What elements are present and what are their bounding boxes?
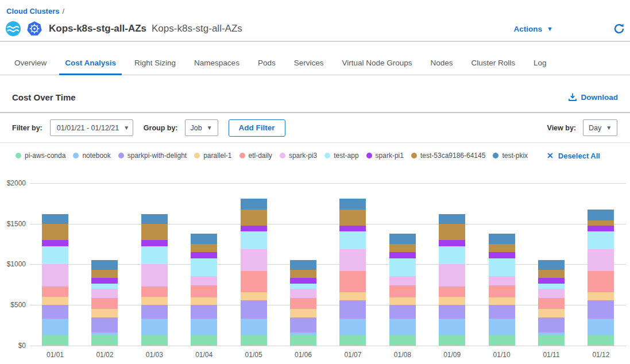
bar-segment-test-53ca9186-64145 xyxy=(91,270,118,278)
bar-segment-notebook xyxy=(290,332,316,336)
bar-segment-spark-pi3 xyxy=(241,249,267,271)
chevron-down-icon: ▼ xyxy=(547,26,553,32)
legend-item-test-pkix[interactable]: test-pkix xyxy=(493,152,528,160)
legend-dot xyxy=(73,153,79,158)
bar-segment-spark-pi3 xyxy=(42,264,68,286)
bar-segment-parallel-1 xyxy=(241,292,267,301)
legend-dot xyxy=(493,153,498,158)
legend-label: notebook xyxy=(82,152,110,160)
bar-segment-parallel-1 xyxy=(489,297,515,305)
bar-segment-parallel-1 xyxy=(191,297,217,305)
bar-segment-test-app xyxy=(141,246,168,265)
bar-segment-etl-daily xyxy=(191,285,217,297)
add-filter-button[interactable]: Add Filter xyxy=(229,119,285,137)
tab-log[interactable]: Log xyxy=(528,59,552,75)
bar-segment-test-app xyxy=(191,258,217,276)
x-axis-tick: 01/02 xyxy=(84,351,125,359)
bar-segment-parallel-1 xyxy=(389,297,416,305)
bar-segment-spark-pi3 xyxy=(588,249,614,271)
legend-item-sparkpi-with-delight[interactable]: sparkpi-with-delight xyxy=(118,152,187,160)
tab-services[interactable]: Services xyxy=(288,59,330,75)
actions-label: Actions xyxy=(514,25,543,33)
bar-segment-test-pkix xyxy=(588,210,614,220)
bar-segment-test-app xyxy=(389,258,416,276)
bar-segment-pi-aws-conda xyxy=(389,335,416,346)
bar-segment-pi-aws-conda xyxy=(489,335,515,346)
deselect-all-label: Deselect All xyxy=(558,152,600,160)
bar-segment-test-53ca9186-64145 xyxy=(339,210,366,226)
tab-nodes[interactable]: Nodes xyxy=(425,59,459,75)
bar-segment-test-53ca9186-64145 xyxy=(42,224,68,240)
bar-segment-pi-aws-conda xyxy=(141,335,168,346)
legend-item-pi-aws-conda[interactable]: pi-aws-conda xyxy=(16,152,65,160)
deselect-all-button[interactable]: ✕Deselect All xyxy=(547,151,600,160)
cluster-title: Kops-k8s-stg-all-AZs xyxy=(49,23,146,34)
gridline xyxy=(30,346,626,346)
gridline xyxy=(30,183,626,184)
gridline xyxy=(30,264,626,265)
x-axis-tick: 01/03 xyxy=(134,351,175,359)
bar-segment-etl-daily xyxy=(538,298,565,309)
bar-segment-sparkpi-with-delight xyxy=(241,300,267,319)
view-by-dropdown[interactable]: Day▼ xyxy=(583,119,617,136)
bar-segment-pi-aws-conda xyxy=(241,335,267,346)
bar-segment-parallel-1 xyxy=(588,292,614,301)
legend-item-spark-pi3[interactable]: spark-pi3 xyxy=(280,152,317,160)
legend-item-spark-pi1[interactable]: spark-pi1 xyxy=(366,152,404,160)
bar-segment-etl-daily xyxy=(91,298,118,309)
bar-segment-spark-pi3 xyxy=(141,264,168,286)
bar-segment-notebook xyxy=(538,332,565,336)
bar-segment-sparkpi-with-delight xyxy=(389,305,416,319)
legend-dot xyxy=(324,153,330,158)
legend-dot xyxy=(239,153,245,158)
bar-segment-test-53ca9186-64145 xyxy=(389,244,416,252)
x-axis-tick: 01/11 xyxy=(531,351,571,359)
bar-segment-test-app xyxy=(42,246,68,265)
bar-segment-test-53ca9186-64145 xyxy=(191,244,217,252)
download-button[interactable]: Download xyxy=(568,92,619,102)
tab-virtual-node-groups[interactable]: Virtual Node Groups xyxy=(336,59,418,75)
tab-cost-analysis[interactable]: Cost Analysis xyxy=(59,59,122,75)
legend-item-test-53ca9186-64145[interactable]: test-53ca9186-64145 xyxy=(411,152,485,160)
bar-segment-pi-aws-conda xyxy=(339,335,366,346)
filter-bar: Filter by: 01/01/21 - 01/12/21▼ Group by… xyxy=(0,113,630,143)
bar-segment-pi-aws-conda xyxy=(91,335,118,346)
legend-dot xyxy=(280,153,285,158)
tab-cluster-rolls[interactable]: Cluster Rolls xyxy=(466,59,521,75)
legend-label: parallel-1 xyxy=(203,152,231,160)
bar-segment-test-53ca9186-64145 xyxy=(538,270,565,278)
bar-segment-spark-pi3 xyxy=(538,289,565,298)
tab-right-sizing[interactable]: Right Sizing xyxy=(129,59,181,75)
x-axis-tick: 01/06 xyxy=(283,351,323,359)
cost-analysis-page: Cloud Clusters / Kops-k8s-stg-all-AZs Ko… xyxy=(0,0,630,364)
chart-legend: pi-aws-condanotebooksparkpi-with-delight… xyxy=(0,143,630,168)
bar-segment-sparkpi-with-delight xyxy=(339,300,366,319)
bar-segment-spark-pi1 xyxy=(91,278,118,284)
date-range-dropdown[interactable]: 01/01/21 - 01/12/21▼ xyxy=(50,119,133,136)
legend-item-notebook[interactable]: notebook xyxy=(73,152,110,160)
tab-namespaces[interactable]: Namespaces xyxy=(188,59,245,75)
bar-segment-notebook xyxy=(389,319,416,335)
bar-segment-test-app xyxy=(489,258,515,276)
bar-segment-notebook xyxy=(439,319,465,335)
bar-segment-parallel-1 xyxy=(91,309,118,317)
legend-item-etl-daily[interactable]: etl-daily xyxy=(239,152,272,160)
bar-segment-test-app xyxy=(91,284,118,288)
bar-segment-test-pkix xyxy=(538,260,565,270)
legend-item-test-app[interactable]: test-app xyxy=(324,152,358,160)
group-by-dropdown[interactable]: Job▼ xyxy=(185,119,218,136)
breadcrumb-link[interactable]: Cloud Clusters xyxy=(6,7,59,16)
refresh-icon[interactable] xyxy=(613,23,625,34)
tab-pods[interactable]: Pods xyxy=(252,59,281,75)
legend-item-parallel-1[interactable]: parallel-1 xyxy=(194,152,231,160)
tab-overview[interactable]: Overview xyxy=(9,59,52,75)
y-axis-tick: $1500 xyxy=(0,220,26,228)
ocean-logo-icon xyxy=(6,21,21,36)
actions-button[interactable]: Actions▼ xyxy=(514,25,553,33)
cluster-subtitle: Kops-k8s-stg-all-AZs xyxy=(152,23,242,34)
legend-label: test-app xyxy=(334,152,358,160)
tab-bar: OverviewCost AnalysisRight SizingNamespa… xyxy=(0,42,630,75)
bar-segment-test-pkix xyxy=(290,260,316,270)
bar-segment-test-pkix xyxy=(141,214,168,224)
bar-segment-spark-pi1 xyxy=(538,278,565,284)
